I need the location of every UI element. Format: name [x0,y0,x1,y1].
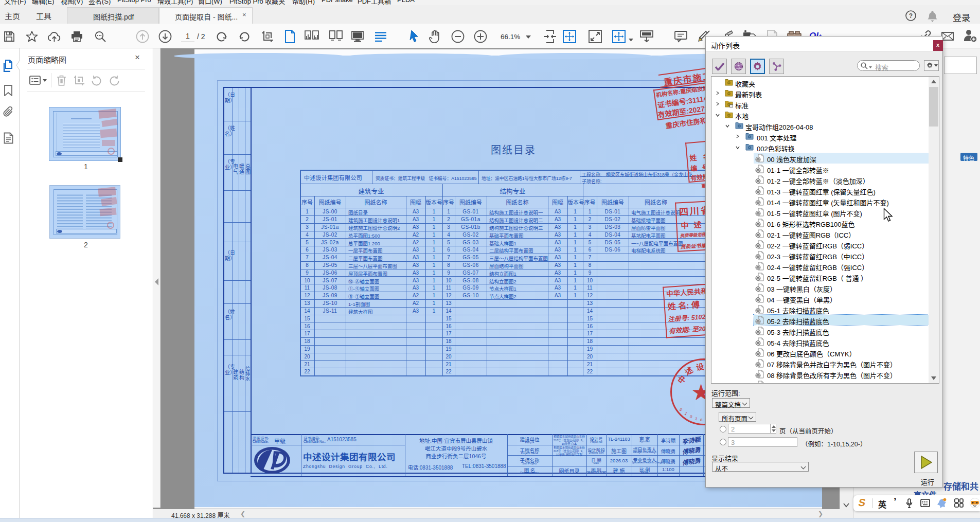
svg-text:?: ? [909,12,913,20]
